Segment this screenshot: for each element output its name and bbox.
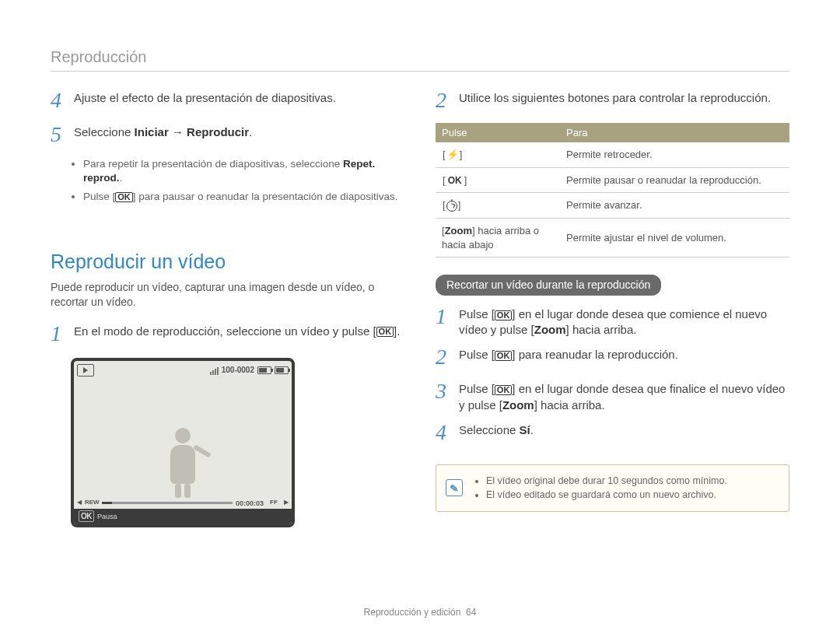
self-timer-icon [446, 201, 457, 212]
step5-reproducir: Reproducir [187, 125, 249, 138]
ok-icon: OK [115, 192, 133, 202]
controls-table: Pulse Para [⚡] Permite retroceder. [OK] … [436, 123, 789, 257]
section-desc-video: Puede reproducir un vídeo, capturar una … [51, 280, 404, 310]
t4a: Seleccione [459, 423, 520, 436]
note-box: ✎ El vídeo original debe durar 10 segund… [436, 464, 789, 513]
progress-area: ◀ REW 00:00:03 FF ▶ [77, 498, 289, 509]
page-header: Reproducción [51, 47, 789, 72]
step5-end: . [249, 125, 252, 138]
t1zoom: Zoom [534, 323, 566, 336]
bullet1-c: . [120, 172, 123, 184]
bullet1-a: Para repetir la presentación de diaposit… [83, 158, 343, 170]
bullet2-a: Pulse [ [83, 191, 115, 202]
table-row: [OK] Permite pausar o reanudar la reprod… [436, 167, 789, 193]
step5-a: Seleccione [74, 125, 135, 138]
battery-icon-2 [275, 366, 289, 374]
rew-label: REW [85, 499, 99, 507]
key-timer: [] [436, 193, 560, 219]
t3zoom: Zoom [502, 398, 534, 412]
signal-icon [210, 366, 219, 375]
right-column: 2 Utilice los siguientes botones para co… [436, 89, 789, 527]
section-title-video: Reproducir un vídeo [51, 249, 404, 275]
footer-section: Reproducción y edición [364, 607, 461, 618]
step-number-5: 5 [51, 120, 66, 149]
trim-step-number-4: 4 [436, 418, 451, 447]
silhouette-figure [169, 428, 197, 498]
step5-arrow: → [169, 125, 187, 138]
bullet-repeat: Para repetir la presentación de diaposit… [83, 157, 404, 185]
content-columns: 4 Ajuste el efecto de la presentación de… [51, 89, 789, 527]
control-step-2: 2 Utilice los siguientes botones para co… [436, 89, 789, 115]
trim-step-2-text: Pulse [OK] para reanudar la reproducción… [459, 345, 789, 363]
ok-icon: OK [446, 176, 464, 185]
trim-step-3: 3 Pulse [OK] en el lugar donde desea que… [436, 380, 789, 413]
trim-heading-pill: Recortar un vídeo durante la reproducció… [436, 275, 661, 296]
note-info-icon: ✎ [446, 479, 463, 496]
trim-step-1-text: Pulse [OK] en el lugar donde desea que c… [459, 305, 789, 338]
screen-bottombar: OK Pausa [74, 509, 292, 524]
table-row: [Zoom] hacia arriba o hacia abajo Permit… [436, 218, 789, 257]
t2a: Pulse [ [459, 348, 495, 361]
trim-step-3-text: Pulse [OK] en el lugar donde desea que f… [459, 380, 789, 413]
triangle-right-icon [83, 367, 88, 373]
video-step-number-1: 1 [51, 319, 66, 349]
t3c: ] hacia arriba. [534, 398, 605, 412]
ff-icon: ▶ [284, 499, 289, 507]
battery-icon [257, 366, 271, 374]
step5-iniciar: Iniciar [135, 125, 169, 138]
pause-label: Pausa [97, 512, 117, 521]
trim-step-1: 1 Pulse [OK] en el lugar donde desea que… [436, 305, 789, 338]
trim-step-2: 2 Pulse [OK] para reanudar la reproducci… [436, 345, 789, 372]
rew-icon: ◀ [77, 499, 82, 507]
t3a: Pulse [ [459, 382, 495, 395]
note-item: El vídeo original debe durar 10 segundos… [486, 475, 727, 488]
bullet2-b: ] para pausar o reanudar la presentación… [133, 191, 398, 202]
play-mode-icon [77, 364, 94, 377]
ok-icon: OK [79, 510, 94, 523]
val-volume: Permite ajustar el nivel de volumen. [560, 218, 789, 257]
video-step-1-text: En el modo de reproducción, seleccione u… [74, 322, 404, 339]
ok-icon: OK [495, 385, 513, 395]
control-step-number-2: 2 [436, 86, 451, 115]
step-5: 5 Seleccione Iniciar → Reproducir. [51, 123, 404, 149]
th-pulse: Pulse [436, 123, 560, 143]
trim-step-number-3: 3 [436, 377, 451, 406]
screen-topbar: 100-0002 [74, 361, 292, 380]
ok-icon: OK [376, 327, 394, 337]
vstep1-b: ]. [394, 324, 400, 338]
val-forward: Permite avanzar. [560, 193, 789, 219]
t1c: ] hacia arriba. [566, 323, 637, 336]
trim-step-number-2: 2 [436, 342, 451, 372]
t4b: Sí [520, 423, 530, 436]
key-flash: [⚡] [436, 142, 560, 167]
t4c: . [530, 423, 534, 436]
left-column: 4 Ajuste el efecto de la presentación de… [51, 89, 404, 527]
val-rewind: Permite retroceder. [560, 142, 789, 167]
progress-bar [102, 502, 233, 504]
trim-step-4-text: Seleccione Sí. [459, 421, 789, 438]
step-5-text: Seleccione Iniciar → Reproducir. [74, 123, 404, 140]
key-zoom: [Zoom] hacia arriba o hacia abajo [436, 218, 560, 257]
page: Reproducción 4 Ajuste el efecto de la pr… [0, 0, 840, 559]
note-list: El vídeo original debe durar 10 segundos… [474, 473, 727, 504]
key-ok: [OK] [436, 167, 560, 193]
step-4-text: Ajuste el efecto de la presentación de d… [74, 89, 404, 106]
r4k-zoom: Zoom [445, 225, 472, 236]
vstep1-a: En el modo de reproducción, seleccione u… [74, 324, 376, 338]
flash-icon: ⚡ [446, 149, 459, 159]
table-row: [] Permite avanzar. [436, 193, 789, 219]
playback-time: 00:00:03 [236, 499, 264, 508]
trim-step-4: 4 Seleccione Sí. [436, 421, 789, 447]
t1a: Pulse [ [459, 307, 495, 321]
video-step-1: 1 En el modo de reproducción, seleccione… [51, 322, 404, 349]
ok-icon: OK [495, 351, 513, 361]
ff-label: FF [267, 499, 281, 507]
footer-page: 64 [466, 607, 476, 618]
t2b: ] para reanudar la reproducción. [512, 348, 677, 361]
step5-bullets: Para repetir la presentación de diaposit… [51, 157, 404, 205]
camera-screen-mock: 100-0002 ◀ REW 00:00:03 FF ▶ OK [71, 358, 295, 527]
th-para: Para [560, 123, 789, 143]
bullet-pause: Pulse [OK] para pausar o reanudar la pre… [83, 190, 404, 204]
page-footer: Reproducción y edición 64 [0, 606, 840, 618]
note-item: El vídeo editado se guardará como un nue… [486, 489, 727, 502]
